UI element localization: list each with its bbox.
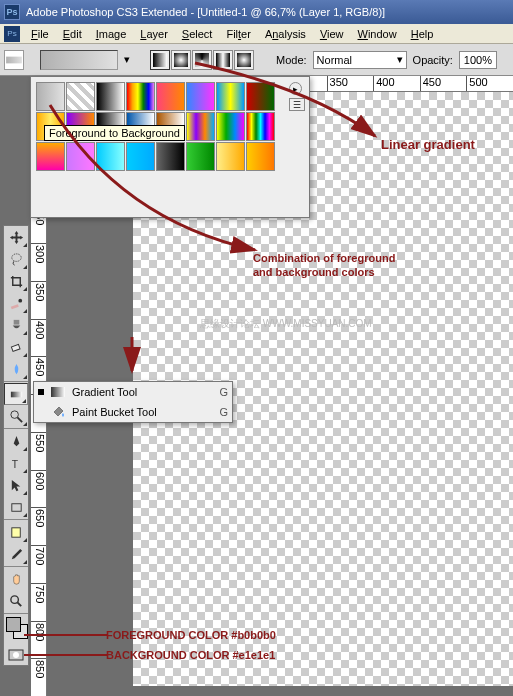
menubar: Ps File Edit Image Layer Select Filter A… xyxy=(0,24,513,44)
shape-tool[interactable] xyxy=(4,496,28,518)
gradient-tooltip: Foreground to Background xyxy=(44,125,185,141)
menu-select[interactable]: Select xyxy=(175,26,220,42)
foreground-color[interactable] xyxy=(6,617,21,632)
svg-point-7 xyxy=(10,410,18,418)
menu-edit[interactable]: Edit xyxy=(56,26,89,42)
svg-text:T: T xyxy=(11,459,18,470)
app-icon: Ps xyxy=(4,4,20,20)
titlebar-text: Adobe Photoshop CS3 Extended - [Untitled… xyxy=(26,6,385,18)
svg-point-12 xyxy=(10,595,18,603)
diamond-gradient-button[interactable] xyxy=(234,50,254,70)
current-tool-icon[interactable] xyxy=(4,50,24,70)
gradient-type-buttons xyxy=(150,50,254,70)
dodge-tool[interactable] xyxy=(4,405,28,427)
bucket-icon xyxy=(50,404,66,420)
hand-tool[interactable] xyxy=(4,568,28,590)
gradient-swatch-23[interactable] xyxy=(246,142,275,171)
watermark: 思缘设计论坛 WWW.MISSYUAN.COM xyxy=(200,317,372,331)
notes-tool[interactable] xyxy=(4,521,28,543)
move-tool[interactable] xyxy=(4,226,28,248)
ps-small-icon: Ps xyxy=(4,26,20,42)
pen-tool[interactable] xyxy=(4,430,28,452)
svg-rect-16 xyxy=(51,387,65,397)
opacity-input[interactable]: 100% xyxy=(459,51,497,69)
svg-line-13 xyxy=(17,602,21,606)
menu-help[interactable]: Help xyxy=(404,26,441,42)
selected-indicator-icon xyxy=(38,389,44,395)
panel-menu-icon[interactable]: ☰ xyxy=(289,98,305,111)
gradient-swatch-17[interactable] xyxy=(66,142,95,171)
gradient-swatch-3[interactable] xyxy=(126,82,155,111)
gradient-swatch-2[interactable] xyxy=(96,82,125,111)
healing-brush-tool[interactable] xyxy=(4,292,28,314)
svg-rect-10 xyxy=(11,503,20,511)
flyout-bucket-tool[interactable]: Paint Bucket Tool G xyxy=(34,402,232,422)
gradient-swatch-0[interactable] xyxy=(36,82,65,111)
menu-filter[interactable]: Filter xyxy=(219,26,257,42)
angle-gradient-button[interactable] xyxy=(192,50,212,70)
svg-point-1 xyxy=(11,253,20,261)
gradient-swatch-1[interactable] xyxy=(66,82,95,111)
zoom-tool[interactable] xyxy=(4,590,28,612)
svg-rect-2 xyxy=(10,304,18,309)
clone-stamp-tool[interactable] xyxy=(4,314,28,336)
svg-rect-11 xyxy=(11,527,19,536)
gradient-swatch-13[interactable] xyxy=(186,112,215,141)
radial-gradient-button[interactable] xyxy=(171,50,191,70)
mode-select[interactable]: Normal▾ xyxy=(313,51,407,69)
gradient-swatch-14[interactable] xyxy=(216,112,245,141)
gradient-preview[interactable] xyxy=(40,50,118,70)
svg-rect-6 xyxy=(10,391,21,397)
flyout-bucket-key: G xyxy=(219,406,228,418)
flyout-gradient-label: Gradient Tool xyxy=(72,386,213,398)
gradient-swatch-22[interactable] xyxy=(216,142,245,171)
opacity-label: Opacity: xyxy=(413,54,453,66)
panel-play-icon[interactable]: ▸ xyxy=(289,82,302,95)
gradient-swatch-20[interactable] xyxy=(156,142,185,171)
menu-analysis[interactable]: Analysis xyxy=(258,26,313,42)
color-wells xyxy=(4,615,28,645)
gradient-picker-panel: ▸ ☰ Foreground to Background xyxy=(30,76,310,218)
gradient-swatch-7[interactable] xyxy=(246,82,275,111)
lasso-tool[interactable] xyxy=(4,248,28,270)
gradient-swatch-4[interactable] xyxy=(156,82,185,111)
svg-rect-0 xyxy=(6,56,22,63)
path-selection-tool[interactable] xyxy=(4,474,28,496)
gradient-tool-flyout: Gradient Tool G Paint Bucket Tool G xyxy=(33,381,233,423)
gradient-swatch-16[interactable] xyxy=(36,142,65,171)
toolbox: T xyxy=(3,225,29,666)
svg-point-15 xyxy=(13,652,19,658)
flyout-bucket-label: Paint Bucket Tool xyxy=(72,406,213,418)
quickmask-toggle[interactable] xyxy=(4,645,28,665)
eyedropper-tool[interactable] xyxy=(4,543,28,565)
type-tool[interactable]: T xyxy=(4,452,28,474)
linear-gradient-button[interactable] xyxy=(150,50,170,70)
flyout-gradient-tool[interactable]: Gradient Tool G xyxy=(34,382,232,402)
eraser-tool[interactable] xyxy=(4,336,28,358)
mode-label: Mode: xyxy=(276,54,307,66)
svg-line-8 xyxy=(17,417,22,422)
options-bar: ▾ Mode: Normal▾ Opacity: 100% xyxy=(0,44,513,76)
menu-file[interactable]: File xyxy=(24,26,56,42)
flyout-gradient-key: G xyxy=(219,386,228,398)
gradient-swatch-18[interactable] xyxy=(96,142,125,171)
gradient-dropdown-icon[interactable]: ▾ xyxy=(124,53,130,66)
svg-rect-4 xyxy=(13,319,19,324)
gradient-swatch-5[interactable] xyxy=(186,82,215,111)
gradient-icon xyxy=(50,384,66,400)
gradient-swatch-6[interactable] xyxy=(216,82,245,111)
titlebar: Ps Adobe Photoshop CS3 Extended - [Untit… xyxy=(0,0,513,24)
svg-rect-5 xyxy=(11,344,20,351)
reflected-gradient-button[interactable] xyxy=(213,50,233,70)
svg-point-3 xyxy=(18,298,22,302)
blur-tool[interactable] xyxy=(4,358,28,380)
crop-tool[interactable] xyxy=(4,270,28,292)
menu-window[interactable]: Window xyxy=(351,26,404,42)
menu-image[interactable]: Image xyxy=(89,26,134,42)
menu-layer[interactable]: Layer xyxy=(133,26,175,42)
gradient-swatch-15[interactable] xyxy=(246,112,275,141)
gradient-tool[interactable] xyxy=(4,383,28,405)
gradient-swatch-21[interactable] xyxy=(186,142,215,171)
gradient-swatch-19[interactable] xyxy=(126,142,155,171)
menu-view[interactable]: View xyxy=(313,26,351,42)
